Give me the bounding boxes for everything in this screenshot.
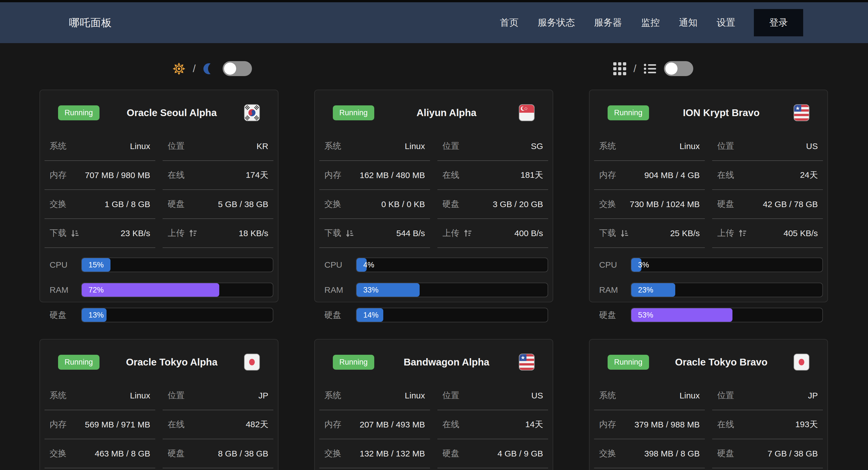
stat-label: 位置 xyxy=(717,140,734,152)
stat-value: 405 KB/s xyxy=(783,228,818,238)
stat-value: 730 MB / 1024 MB xyxy=(630,199,700,209)
stat-swap: 交换 0 KB / 0 KB xyxy=(319,190,430,219)
server-stats: 系统 Linux 位置 JP 内存 379 MB / 988 MB 在线 193… xyxy=(590,381,828,470)
stat-label: 系统 xyxy=(50,140,66,152)
nav-item-monitoring[interactable]: 监控 xyxy=(631,17,669,29)
nav-item-servers[interactable]: 服务器 xyxy=(585,17,631,29)
stat-label: 位置 xyxy=(442,140,459,152)
stat-value: 544 B/s xyxy=(396,228,425,238)
stat-label: 交换 xyxy=(324,198,341,210)
stat-location: 位置 US xyxy=(437,381,548,410)
stat-value: Linux xyxy=(679,391,700,400)
progress-percent: 23% xyxy=(638,286,653,294)
progress-percent: 4% xyxy=(363,261,374,270)
stat-value: 4 GB / 9 GB xyxy=(497,449,543,459)
stat-swap: 交换 730 MB / 1024 MB xyxy=(594,190,705,219)
stat-location: 位置 US xyxy=(712,132,823,161)
stat-upload: 上传 405 KB/s xyxy=(712,219,823,248)
stat-value: US xyxy=(806,142,818,151)
stat-label: 下载 xyxy=(50,227,80,239)
window-top-strip xyxy=(0,0,868,2)
stat-location: 位置 JP xyxy=(712,381,823,410)
stat-value: 398 MB / 8 GB xyxy=(644,449,700,459)
nav-item-settings[interactable]: 设置 xyxy=(707,17,745,29)
stat-label: 系统 xyxy=(324,390,341,401)
server-card-header: Running Oracle Tokyo Alpha xyxy=(40,340,278,371)
stat-swap: 交换 463 MB / 8 GB xyxy=(44,439,155,468)
nav-item-home[interactable]: 首页 xyxy=(490,17,528,29)
stat-download: 下载 25 KB/s xyxy=(594,219,705,248)
server-card[interactable]: Running Oracle Seoul Alpha 系统 Linux 位置 K… xyxy=(39,90,278,302)
ram-bar-row: RAM 72% xyxy=(44,283,273,297)
list-view-icon xyxy=(644,62,657,75)
stat-upload: 上传 195 B/s xyxy=(437,468,548,470)
moon-icon xyxy=(203,63,215,75)
stat-download: 下载 544 B/s xyxy=(319,219,430,248)
login-button[interactable]: 登录 xyxy=(754,9,803,36)
stat-upload: 上传 18 KB/s xyxy=(163,219,273,248)
app-title[interactable]: 哪吒面板 xyxy=(69,16,112,30)
status-badge: Running xyxy=(608,355,649,370)
download-icon xyxy=(345,229,354,238)
stat-swap: 交换 398 MB / 8 GB xyxy=(594,439,705,468)
stat-system: 系统 Linux xyxy=(594,132,705,161)
stat-disk: 硬盘 7 GB / 38 GB xyxy=(712,439,823,468)
stat-label: 硬盘 xyxy=(717,198,734,210)
stat-label: 下载 xyxy=(599,227,629,239)
stat-value: Linux xyxy=(130,391,150,400)
grid-view-icon xyxy=(613,62,626,75)
cards-grid: Running Oracle Seoul Alpha 系统 Linux 位置 K… xyxy=(39,90,829,470)
server-name: Oracle Tokyo Alpha xyxy=(104,356,239,368)
stat-download: 下载 23 KB/s xyxy=(44,219,155,248)
stat-label: 硬盘 xyxy=(717,448,734,459)
upload-icon xyxy=(189,229,197,238)
stat-label: 内存 xyxy=(599,169,616,181)
stat-label: 在线 xyxy=(717,169,734,181)
stat-label: 交换 xyxy=(50,448,66,459)
server-card[interactable]: Running Oracle Tokyo Bravo 系统 Linux 位置 J… xyxy=(589,339,828,470)
status-badge: Running xyxy=(608,105,649,120)
stat-label: 系统 xyxy=(324,140,341,152)
progress-track: 15% xyxy=(81,257,273,272)
sun-icon xyxy=(173,62,185,75)
stat-system: 系统 Linux xyxy=(594,381,705,410)
bar-label: CPU xyxy=(319,260,356,270)
stat-label: 系统 xyxy=(599,140,616,152)
progress-track: 4% xyxy=(356,257,548,272)
nav-item-notifications[interactable]: 通知 xyxy=(669,17,707,29)
stat-memory: 内存 379 MB / 988 MB xyxy=(594,410,705,439)
stat-value: SG xyxy=(531,142,543,151)
stat-label-text: 下载 xyxy=(324,227,341,239)
stat-uptime: 在线 174天 xyxy=(163,161,273,190)
stat-label: 在线 xyxy=(442,169,459,181)
status-badge: Running xyxy=(58,105,99,120)
stat-label: 硬盘 xyxy=(168,448,185,459)
bar-label: CPU xyxy=(44,260,81,270)
nav-item-service-status[interactable]: 服务状态 xyxy=(528,17,585,29)
server-card[interactable]: Running Bandwagon Alpha 系统 Linux 位置 US 内… xyxy=(314,339,553,470)
stat-uptime: 在线 24天 xyxy=(712,161,823,190)
stat-label: 下载 xyxy=(324,227,354,239)
country-flag-icon xyxy=(794,104,809,121)
theme-toggle-switch[interactable] xyxy=(223,61,252,76)
view-toggle-switch[interactable] xyxy=(664,61,693,76)
bar-label: 硬盘 xyxy=(594,309,631,321)
stat-value: 193天 xyxy=(795,419,818,430)
slash-separator: / xyxy=(193,63,195,75)
server-card[interactable]: Running ION Krypt Bravo 系统 Linux 位置 US 内… xyxy=(589,90,828,302)
progress-track: 23% xyxy=(631,283,823,297)
stat-value: Linux xyxy=(405,142,425,151)
stat-label: 上传 xyxy=(442,227,472,239)
stat-upload: 上传 2 KB/s xyxy=(163,468,273,470)
server-card-header: Running Oracle Tokyo Bravo xyxy=(590,340,828,371)
usage-bars: CPU 4% RAM 33% 硬盘 14% xyxy=(315,248,553,322)
server-card[interactable]: Running Oracle Tokyo Alpha 系统 Linux 位置 J… xyxy=(39,339,278,470)
stat-value: KR xyxy=(256,142,268,151)
toggle-knob xyxy=(224,63,236,75)
stat-value: 42 GB / 78 GB xyxy=(763,199,818,209)
stat-value: 707 MB / 980 MB xyxy=(85,170,150,180)
country-flag-icon xyxy=(519,104,535,121)
server-card[interactable]: Running Aliyun Alpha 系统 Linux 位置 SG 内存 1… xyxy=(314,90,553,302)
stat-value: 463 MB / 8 GB xyxy=(95,449,150,459)
stat-memory: 内存 707 MB / 980 MB xyxy=(44,161,155,190)
